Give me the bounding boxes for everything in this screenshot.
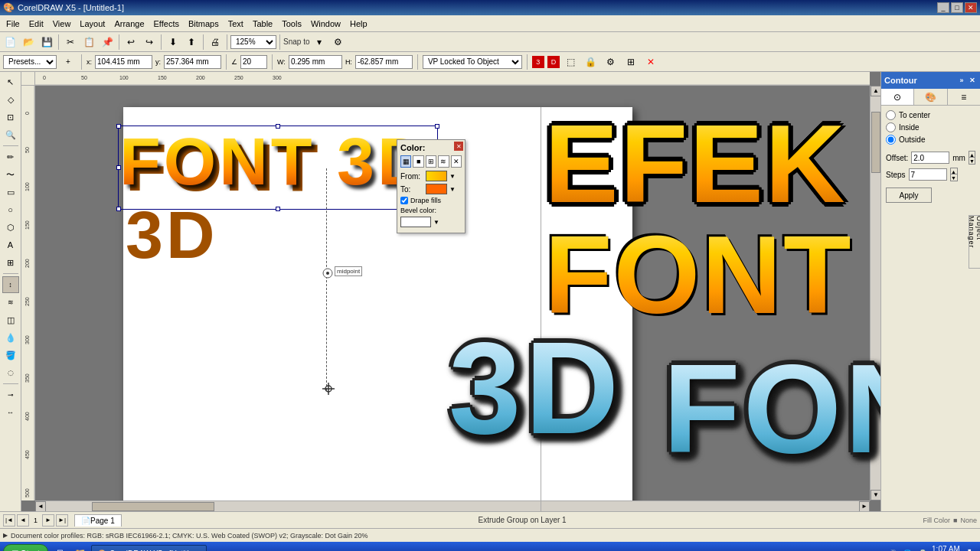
lock-type-select[interactable]: VP Locked To Object VP Locked To Page (423, 55, 522, 69)
import-button[interactable]: ⬇ (165, 34, 181, 51)
snap-dropdown[interactable]: ▾ (311, 34, 328, 51)
menu-file[interactable]: File (2, 18, 24, 30)
tool-connector[interactable]: ⊸ (2, 386, 19, 403)
menu-window[interactable]: Window (306, 18, 345, 30)
color-type-gradient[interactable]: ▦ (400, 155, 411, 168)
snap-settings[interactable]: ⚙ (329, 34, 346, 51)
clear-extrude-button[interactable]: ✕ (642, 54, 659, 70)
minimize-button[interactable]: _ (937, 2, 949, 13)
width-input[interactable] (289, 55, 342, 69)
taskbar-corel[interactable]: 🎨 CorelDRAW X5 - [Untitle... (91, 545, 206, 551)
menu-table[interactable]: Table (248, 18, 277, 30)
tool-rect[interactable]: ▭ (2, 184, 19, 201)
tool-dimension[interactable]: ↔ (2, 404, 19, 421)
tray-icon-2[interactable]: 🌐 (901, 547, 913, 551)
prev-page-button[interactable]: ◄ (17, 514, 29, 527)
menu-bitmaps[interactable]: Bitmaps (184, 18, 224, 30)
export-button[interactable]: ⬆ (183, 34, 200, 51)
start-button[interactable]: ⊞ Start (3, 544, 48, 551)
inside-option[interactable]: Inside (886, 122, 975, 132)
tool-ellipse[interactable]: ○ (2, 201, 19, 218)
x-input[interactable] (95, 55, 152, 69)
extrude-button-2[interactable]: D (547, 56, 560, 68)
tool-polygon[interactable]: ⬡ (2, 219, 19, 236)
menu-tools[interactable]: Tools (277, 18, 306, 30)
panel-expand-button[interactable]: » (957, 76, 966, 85)
new-button[interactable]: 📄 (2, 34, 18, 51)
offset-down[interactable]: ▼ (969, 158, 975, 165)
extrude-option-3[interactable]: ⚙ (603, 54, 619, 70)
object-manager-tab[interactable]: Object Manager (969, 215, 980, 269)
tool-blend[interactable]: ≋ (2, 294, 19, 311)
first-page-button[interactable]: |◄ (3, 514, 15, 527)
cut-button[interactable]: ✂ (62, 34, 79, 51)
handle-bl[interactable] (116, 207, 121, 211)
drape-fills-checkbox[interactable] (400, 197, 408, 204)
color-popup-close[interactable]: ✕ (454, 142, 463, 151)
profiles-expand[interactable]: ▶ (3, 532, 8, 539)
menu-text[interactable]: Text (224, 18, 248, 30)
steps-up[interactable]: ▲ (950, 168, 958, 174)
height-input[interactable] (355, 55, 413, 69)
to-color-swatch[interactable] (426, 184, 447, 194)
extrude-button-1[interactable]: 3 (532, 56, 544, 68)
explorer-button[interactable]: 📁 (71, 545, 88, 551)
tool-interactive[interactable]: ◌ (2, 364, 19, 381)
tool-select[interactable]: ↖ (2, 73, 19, 90)
extrude-option-1[interactable]: ⬚ (563, 54, 580, 70)
tool-text[interactable]: A (2, 236, 19, 253)
scroll-down-button[interactable]: ▼ (871, 490, 880, 500)
tool-eyedropper[interactable]: 💧 (2, 329, 19, 346)
tray-icon-3[interactable]: 🔋 (916, 547, 929, 551)
scroll-up-button[interactable]: ▲ (871, 86, 880, 96)
inside-radio[interactable] (886, 122, 896, 132)
y-input[interactable] (164, 55, 221, 69)
offset-up[interactable]: ▲ (969, 151, 975, 158)
bevel-color-swatch[interactable] (400, 217, 431, 227)
open-button[interactable]: 📂 (20, 34, 37, 51)
close-button[interactable]: ✕ (965, 2, 977, 13)
vscroll-thumb[interactable] (871, 112, 880, 173)
presets-select[interactable]: Presets... (3, 55, 57, 69)
scroll-left-button[interactable]: ◄ (35, 501, 46, 511)
tool-zoom[interactable]: 🔍 (2, 126, 19, 143)
steps-input[interactable] (909, 168, 947, 181)
menu-help[interactable]: Help (345, 18, 372, 30)
to-center-radio[interactable] (886, 110, 896, 120)
save-button[interactable]: 💾 (38, 34, 55, 51)
tool-table[interactable]: ⊞ (2, 254, 19, 271)
tab-contour-steps[interactable]: ≡ (948, 89, 980, 105)
show-desktop-button[interactable]: 🖥 (51, 545, 68, 551)
color-type-mesh[interactable]: ⊞ (426, 155, 436, 168)
hscrollbar[interactable]: ◄ ► (35, 500, 870, 511)
tool-node[interactable]: ◇ (2, 91, 19, 108)
from-color-swatch[interactable] (426, 171, 447, 181)
menu-view[interactable]: View (48, 18, 76, 30)
menu-effects[interactable]: Effects (149, 18, 184, 30)
outside-option[interactable]: Outside (886, 135, 975, 145)
tab-contour-color[interactable]: 🎨 (914, 89, 947, 105)
offset-input[interactable] (911, 152, 949, 164)
tool-smart[interactable]: 〜 (2, 166, 19, 183)
color-type-texture[interactable]: ≋ (438, 155, 449, 168)
next-page-button[interactable]: ► (42, 514, 54, 527)
page-tab[interactable]: 📄 Page 1 (74, 514, 122, 527)
canvas-area[interactable]: 0 50 100 150 200 250 300 0 50 100 150 20… (21, 72, 880, 511)
from-color-arrow[interactable]: ▼ (449, 173, 456, 180)
midpoint-marker[interactable]: midpoint (322, 268, 333, 280)
tab-contour-shape[interactable]: ⊙ (881, 89, 914, 105)
undo-button[interactable]: ↩ (122, 34, 139, 51)
outside-radio[interactable] (886, 135, 896, 145)
extrude-option-2[interactable]: 🔒 (583, 54, 599, 70)
steps-down[interactable]: ▼ (950, 174, 958, 181)
tray-icon-1[interactable]: 🔊 (886, 547, 898, 551)
copy-button[interactable]: 📋 (80, 34, 97, 51)
copy-extrude-button[interactable]: ⊞ (622, 54, 639, 70)
show-desktop-tray[interactable]: ▌ (965, 547, 977, 551)
tool-crop[interactable]: ⊡ (2, 109, 19, 126)
last-page-button[interactable]: ►| (56, 514, 68, 527)
add-preset-button[interactable]: + (60, 54, 77, 70)
tool-parallel[interactable]: ↕ (2, 276, 19, 293)
menu-arrange[interactable]: Arrange (109, 18, 149, 30)
to-color-arrow[interactable]: ▼ (449, 186, 456, 193)
